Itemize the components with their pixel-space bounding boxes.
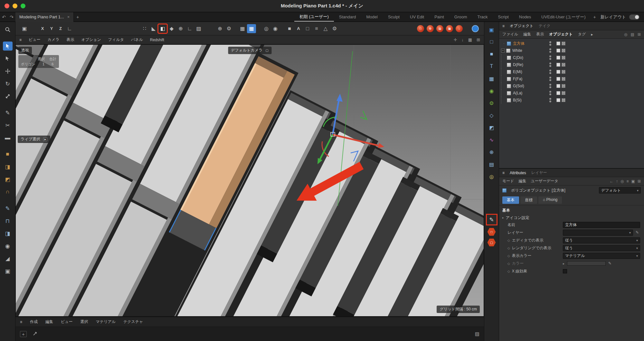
dolly-view-icon[interactable]: ↓ <box>461 37 464 42</box>
om-menu-file[interactable]: ファイル <box>502 32 518 37</box>
material-panel-icon[interactable]: ▨ <box>475 331 479 337</box>
object-tags[interactable] <box>556 63 565 67</box>
object-name[interactable]: White <box>512 48 522 53</box>
red-hexagon-camera-icon[interactable]: ▢ <box>488 239 496 246</box>
editor-visibility-dropdown[interactable]: 従う ▾ <box>563 237 640 243</box>
om-menu-more-icon[interactable]: ▸ <box>591 32 593 37</box>
annotation-pencil-icon[interactable]: ✎ <box>486 214 497 225</box>
layout-tab-model[interactable]: Model <box>361 12 383 22</box>
om-menu-icon[interactable]: ≡ <box>502 24 505 28</box>
polygon-pen-tool[interactable]: ✎ <box>3 204 13 213</box>
antialias-icon[interactable]: A <box>294 24 303 33</box>
rectangle-select-tool[interactable] <box>3 54 13 63</box>
color-swatch[interactable] <box>567 261 606 266</box>
render-cube-icon[interactable]: ■ <box>285 24 294 33</box>
polygons-mode-icon[interactable]: ◧ <box>158 24 167 33</box>
points-mode-icon[interactable]: ∷ <box>140 24 149 33</box>
color-edit-icon[interactable]: ✎ <box>607 261 613 266</box>
layout-tab-uvedit-user[interactable]: UVEdit-User (ユーザー) <box>536 12 591 22</box>
layout-tab-paint[interactable]: Paint <box>429 12 449 22</box>
disc-tool[interactable]: ◉ <box>3 242 13 251</box>
om-menu-edit[interactable]: 編集 <box>523 32 531 37</box>
attr-menu-userdata[interactable]: ユーザーデータ <box>531 178 558 184</box>
om-search-icon[interactable]: ◎ <box>624 32 627 37</box>
asset-browser-icon[interactable]: ◉ <box>487 86 497 95</box>
attr-back-icon[interactable]: ← <box>610 179 613 184</box>
redshift-icon[interactable] <box>472 25 479 32</box>
object-row-cube[interactable]: · 立方体 <box>501 40 644 47</box>
object-row-ala[interactable]: A(La) <box>501 90 644 97</box>
layout-tab-standard[interactable]: Standard <box>334 12 361 22</box>
light-panel-icon[interactable]: ◎ <box>487 172 497 181</box>
link-material-icon[interactable] <box>33 331 38 337</box>
coordinate-system-icon[interactable]: ∟ <box>65 24 74 33</box>
workplane-grid-icon[interactable]: ▦ <box>238 24 247 33</box>
texture-mode-icon[interactable]: ▨ <box>194 24 203 33</box>
render-settings-icon[interactable]: ⚙ <box>427 25 434 32</box>
tab-coordinates[interactable]: 座標 <box>520 196 537 204</box>
menu-camera[interactable]: カメラ <box>48 37 60 43</box>
menu-redshift[interactable]: Redshift <box>150 38 164 42</box>
object-tags[interactable] <box>556 91 565 95</box>
om-folder-icon[interactable]: ▤ <box>631 32 634 37</box>
attr-search-icon[interactable]: ◎ <box>620 179 624 184</box>
add-material-button[interactable]: + <box>20 331 27 337</box>
bridge-tool[interactable]: ∩ <box>3 187 13 196</box>
object-row-gsol[interactable]: G(Sol) <box>501 82 644 90</box>
visibility-dots[interactable] <box>549 48 551 53</box>
render-team-icon[interactable]: ▦ <box>446 25 453 32</box>
red-hexagon-material-icon[interactable]: □ <box>488 228 496 236</box>
sliders-icon[interactable]: ≡ <box>312 24 321 33</box>
visibility-dots[interactable] <box>549 84 551 88</box>
tab-takes[interactable]: テイク <box>539 23 551 29</box>
layout-tab-groom[interactable]: Groom <box>449 12 472 22</box>
cylinder-tool[interactable]: ⊓ <box>3 216 13 225</box>
plane-tool[interactable]: ▣ <box>3 267 13 276</box>
solo-mode-icon[interactable]: ▣ <box>20 24 29 33</box>
object-row-cdo[interactable]: C(Do) <box>501 54 644 61</box>
visibility-dots[interactable] <box>549 62 551 67</box>
layer-dropdown[interactable]: ▾ <box>563 230 633 236</box>
viewport[interactable]: 透視 選択 合計 ポリゴン 1 6 デフォルトカメラ ▢ <box>15 44 484 317</box>
maximize-view-icon[interactable]: ⊞ <box>477 37 480 42</box>
layout-tab-startup[interactable]: 初期 (ユーザー) <box>294 12 334 22</box>
menu-view[interactable]: ビュー <box>29 37 41 43</box>
iron-tool[interactable]: ▬ <box>3 133 13 142</box>
layout-tab-sculpt[interactable]: Sculpt <box>383 12 405 22</box>
layout-tab-track[interactable]: Track <box>472 12 493 22</box>
tab-attributes[interactable]: Attributes <box>510 171 526 175</box>
target-settings-icon[interactable]: ◉ <box>271 24 280 33</box>
picture-viewer-icon[interactable]: □ <box>487 37 497 46</box>
layout-tab-nodes[interactable]: Nodes <box>514 12 536 22</box>
pan-view-icon[interactable]: ✛ <box>453 37 457 42</box>
close-tab-icon[interactable]: × <box>67 14 70 19</box>
layout-manager-icon[interactable]: ▣ <box>487 25 497 34</box>
render-view-icon[interactable]: □ <box>417 25 424 32</box>
snap-toggle-icon[interactable]: ▦ <box>247 24 256 33</box>
render-to-pv-icon[interactable]: ▤ <box>436 25 443 32</box>
display-color-dropdown[interactable]: マテリアル ▾ <box>563 253 640 259</box>
y-axis-button[interactable]: Y <box>47 24 56 33</box>
visibility-dots[interactable] <box>549 41 551 46</box>
object-name[interactable]: F(Fa) <box>513 77 522 81</box>
fullscreen-window-button[interactable] <box>21 4 25 8</box>
search-icon[interactable] <box>3 25 13 34</box>
name-input[interactable] <box>563 222 640 228</box>
object-tags[interactable] <box>556 49 565 52</box>
object-tags[interactable] <box>556 84 565 88</box>
spline-panel-icon[interactable]: ∿ <box>487 135 497 144</box>
menu-create[interactable]: 作成 <box>30 319 38 325</box>
ramp-tool[interactable]: ◢ <box>3 254 13 263</box>
visibility-dots[interactable] <box>549 98 551 102</box>
visibility-dots[interactable] <box>549 91 551 95</box>
settings-gear-icon[interactable]: ⚙ <box>330 24 339 33</box>
object-name[interactable]: B(Si) <box>513 98 522 102</box>
color-expand-icon[interactable]: ▸ <box>563 262 564 265</box>
object-name[interactable]: D(Re) <box>513 62 523 67</box>
camera-label[interactable]: デフォルトカメラ ▢ <box>228 47 271 54</box>
model-mode-icon[interactable]: ◆ <box>167 24 176 33</box>
knife-tool[interactable]: ✂ <box>3 121 13 130</box>
attr-new-window-icon[interactable]: ⊞ <box>638 179 641 184</box>
object-row-ffa[interactable]: F(Fa) <box>501 75 644 82</box>
icon-settings-row[interactable]: ▸ アイコン設定 <box>499 214 644 221</box>
